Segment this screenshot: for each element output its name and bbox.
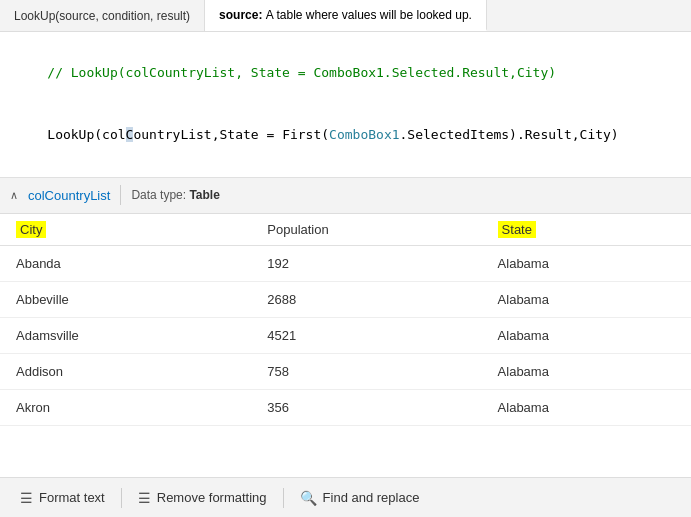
table-row: Abbeville2688Alabama [0,281,691,317]
table-row: Addison758Alabama [0,353,691,389]
panel-type: Data type: Table [131,188,220,202]
cell-city: Abanda [0,245,251,281]
tab-lookup-label: LookUp(source, condition, result) [14,9,190,23]
col-header-city: City [0,214,251,246]
code-suffix: ountryList,State = First(ComboBox1.Selec… [133,127,618,142]
tab-lookup[interactable]: LookUp(source, condition, result) [0,0,205,31]
cell-city: Abbeville [0,281,251,317]
cell-population: 356 [251,389,481,425]
data-table-wrapper[interactable]: City Population State Abanda192AlabamaAb… [0,214,691,477]
toolbar-separator-2 [283,488,284,508]
tab-source-desc: A table where values will be looked up. [266,8,472,22]
cell-city: Adamsville [0,317,251,353]
cell-population: 758 [251,353,481,389]
cell-population: 2688 [251,281,481,317]
remove-formatting-button[interactable]: ☰ Remove formatting [126,485,279,511]
bottom-toolbar: ☰ Format text ☰ Remove formatting 🔍 Find… [0,477,691,517]
panel-name[interactable]: colCountryList [28,188,110,203]
cell-state: Alabama [482,281,691,317]
table-row: Adamsville4521Alabama [0,317,691,353]
collapse-icon[interactable]: ∧ [10,189,18,202]
code-active-line: LookUp(colCountryList,State = First(Comb… [16,104,675,166]
find-replace-label: Find and replace [323,490,420,505]
col-header-state: State [482,214,691,246]
find-replace-button[interactable]: 🔍 Find and replace [288,485,432,511]
code-editor[interactable]: // LookUp(colCountryList, State = ComboB… [0,32,691,178]
code-comment-line: // LookUp(colCountryList, State = ComboB… [16,42,675,104]
type-label: Data type: [131,188,186,202]
table-row: Akron356Alabama [0,389,691,425]
tab-source-label: source: [219,8,262,22]
top-bar: LookUp(source, condition, result) source… [0,0,691,32]
format-text-icon: ☰ [20,490,33,506]
toolbar-separator-1 [121,488,122,508]
format-text-button[interactable]: ☰ Format text [8,485,117,511]
cell-population: 4521 [251,317,481,353]
state-header-highlight: State [498,221,536,238]
panel-header: ∧ colCountryList Data type: Table [0,178,691,214]
cell-state: Alabama [482,245,691,281]
header-separator [120,185,121,205]
cell-city: Akron [0,389,251,425]
find-replace-icon: 🔍 [300,490,317,506]
cell-population: 192 [251,245,481,281]
type-value: Table [189,188,219,202]
table-panel: ∧ colCountryList Data type: Table City P… [0,178,691,477]
cell-state: Alabama [482,389,691,425]
cell-state: Alabama [482,353,691,389]
table-row: Abanda192Alabama [0,245,691,281]
cell-city: Addison [0,353,251,389]
remove-formatting-label: Remove formatting [157,490,267,505]
data-table: City Population State Abanda192AlabamaAb… [0,214,691,426]
tab-source[interactable]: source: A table where values will be loo… [205,0,487,31]
format-text-label: Format text [39,490,105,505]
remove-formatting-icon: ☰ [138,490,151,506]
cell-state: Alabama [482,317,691,353]
table-header-row: City Population State [0,214,691,246]
col-header-population: Population [251,214,481,246]
city-header-highlight: City [16,221,46,238]
code-prefix: LookUp(col [47,127,125,142]
table-body: Abanda192AlabamaAbbeville2688AlabamaAdam… [0,245,691,425]
comment-text: // LookUp(colCountryList, State = ComboB… [47,65,556,80]
table-head: City Population State [0,214,691,246]
